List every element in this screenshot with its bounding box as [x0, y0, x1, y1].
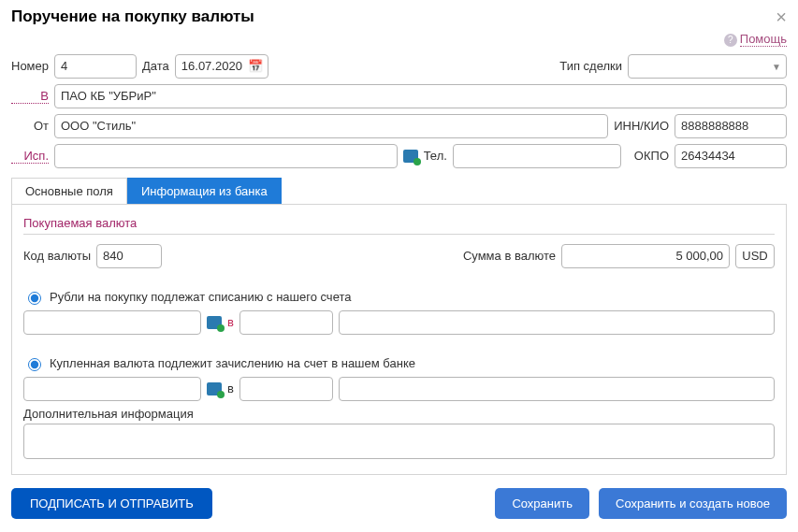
tel-input[interactable] [453, 144, 621, 168]
close-icon[interactable]: × [776, 7, 787, 26]
bought-v-label: в [227, 381, 234, 395]
rubles-v-label: в [227, 315, 234, 329]
rubles-bankname-input[interactable] [339, 310, 775, 335]
okpo-input[interactable] [675, 144, 787, 168]
currency-sum-label: Сумма в валюте [463, 249, 556, 263]
save-new-button[interactable]: Сохранить и создать новое [599, 488, 787, 519]
date-input[interactable] [175, 54, 268, 79]
isp-input[interactable] [54, 144, 398, 168]
number-input[interactable] [54, 54, 137, 79]
from-input[interactable] [54, 114, 608, 138]
isp-label[interactable]: Исп. [11, 149, 49, 164]
from-label: От [11, 119, 49, 133]
bought-radio[interactable]: Купленная валюта подлежит зачислению на … [23, 355, 415, 371]
date-label: Дата [142, 59, 169, 73]
to-bank-input[interactable] [54, 84, 787, 108]
rubles-bankcode-input[interactable] [239, 310, 333, 335]
rubles-account-input[interactable] [23, 310, 201, 335]
rubles-radio-input[interactable] [28, 292, 41, 305]
save-button[interactable]: Сохранить [495, 488, 589, 519]
deal-type-select[interactable] [628, 54, 787, 79]
help-icon: ? [724, 34, 737, 47]
deal-type-label: Тип сделки [559, 59, 622, 73]
extra-label: Дополнительная информация [23, 407, 775, 421]
okpo-label: ОКПО [634, 149, 669, 163]
sign-send-button[interactable]: ПОДПИСАТЬ И ОТПРАВИТЬ [11, 488, 212, 519]
bought-account-input[interactable] [23, 377, 201, 401]
inn-label: ИНН/КИО [614, 119, 669, 133]
currency-code-label: Код валюты [23, 249, 91, 263]
currency-section-title: Покупаемая валюта [23, 216, 775, 235]
to-bank-label[interactable]: В [11, 89, 49, 104]
extra-input[interactable] [23, 424, 775, 459]
lookup-icon[interactable] [207, 316, 222, 329]
rubles-radio-label: Рубли на покупку подлежат списанию с наш… [50, 290, 351, 304]
dialog-title: Поручение на покупку валюты [11, 7, 254, 26]
inn-input[interactable] [675, 114, 787, 138]
currency-code-input[interactable] [96, 244, 162, 268]
tab-main[interactable]: Основные поля [11, 178, 127, 204]
tabs: Основные поля Информация из банка [11, 178, 787, 205]
help-link[interactable]: Помощь [740, 32, 787, 47]
lookup-icon[interactable] [207, 382, 222, 395]
tab-bank-info[interactable]: Информация из банка [127, 178, 282, 204]
bought-bankcode-input[interactable] [239, 377, 333, 401]
bought-radio-label: Купленная валюта подлежит зачислению на … [50, 356, 415, 370]
bought-bankname-input[interactable] [339, 377, 775, 401]
rubles-radio[interactable]: Рубли на покупку подлежат списанию с наш… [23, 289, 351, 305]
currency-sum-input[interactable] [561, 244, 730, 268]
currency-unit [735, 244, 775, 268]
contact-book-icon[interactable] [403, 150, 418, 163]
tel-label: Тел. [424, 149, 447, 163]
number-label: Номер [11, 59, 49, 73]
bought-radio-input[interactable] [28, 358, 41, 371]
